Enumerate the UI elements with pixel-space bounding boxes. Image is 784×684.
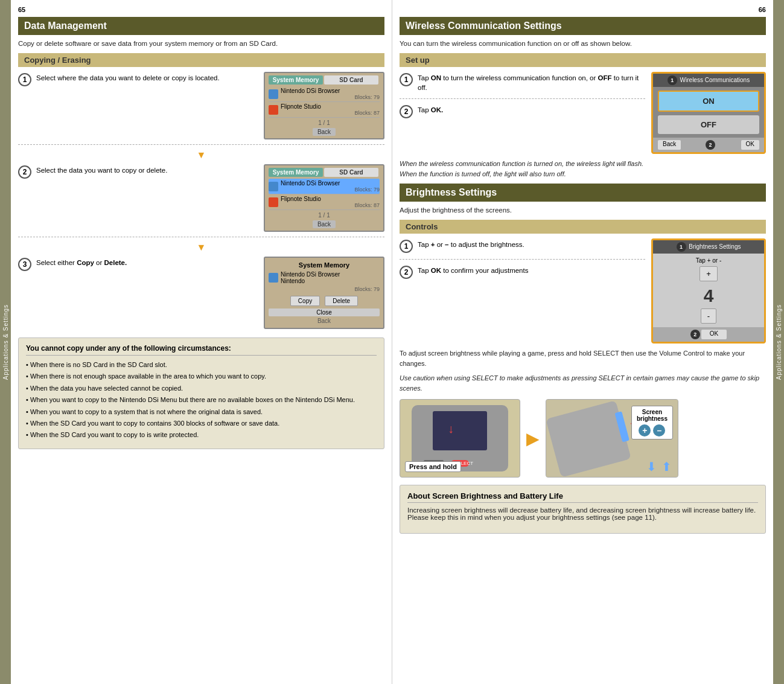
step3-info: 3 Select either Copy or Delete. (18, 257, 264, 277)
browser-icon-1 (269, 89, 278, 99)
bs-nav: 2 OK (653, 327, 764, 342)
left-page-number: 65 (18, 6, 384, 13)
bs-tap-label: Tap + or - (657, 257, 760, 264)
data-management-desc: Copy or delete software or save data fro… (18, 40, 384, 47)
step3-row: 3 Select either Copy or Delete. System M… (18, 257, 384, 329)
wireless-step-info: 1 Tap ON to turn the wireless communicat… (400, 72, 651, 124)
sd-card-tab-2[interactable]: SD Card (324, 168, 378, 177)
brightness-note: To adjust screen brightness while playin… (400, 348, 766, 368)
bs-minus-button[interactable]: - (701, 308, 716, 324)
step2-row: 2 Select the data you want to copy or de… (18, 164, 384, 232)
brightness-header: Brightness Settings (400, 184, 766, 202)
right-page-number: 66 (400, 6, 766, 13)
left-column: 65 Data Management Copy or delete softwa… (11, 0, 392, 684)
brightness-screen-mock: 1 Brightness Settings Tap + or - + 4 - 2… (651, 238, 766, 344)
brightness-step1: 1 Tap + or – to adjust the brightness. (400, 238, 645, 253)
screen-brightness-box: Screen brightness + – (631, 406, 673, 439)
step2-info: 2 Select the data you want to copy or de… (18, 164, 264, 185)
wireless-step2-text: Tap OK. (418, 104, 645, 115)
plus-icon: + (639, 424, 651, 436)
dsi-diagram-left: START SELECT ↓ Press and hold (400, 399, 520, 478)
wireless-step2: 2 Tap OK. (400, 104, 645, 118)
back-btn-2[interactable]: Back (313, 220, 336, 228)
system-memory-tab-2[interactable]: System Memory (269, 168, 323, 177)
about-title: About Screen Brightness and Battery Life (407, 491, 758, 503)
about-box: About Screen Brightness and Battery Life… (400, 485, 766, 534)
warning-item-6: When the SD Card you want to copy to con… (26, 419, 377, 428)
step2-text: Select the data you want to copy or dele… (36, 164, 258, 175)
left-side-tab-label: Applications & Settings (2, 304, 9, 380)
sep1 (18, 144, 384, 145)
warning-item-4: When you want to copy to the Nintendo DS… (26, 395, 377, 404)
wireless-step2-circle: 2 (400, 105, 413, 118)
wireless-screen-mock: 1 Wireless Communications ON OFF Back 2 … (651, 72, 766, 154)
sep2 (18, 237, 384, 237)
page: Applications & Settings 65 Data Manageme… (0, 0, 784, 684)
copy-btn-row: Copy Delete (269, 296, 380, 306)
browser-label-2: Nintendo DSi Browser Blocks: 79 (281, 180, 380, 193)
bs-ok-btn[interactable]: OK (701, 330, 727, 339)
ws-off-option[interactable]: OFF (658, 115, 759, 134)
bs-plus-button[interactable]: + (700, 266, 718, 281)
brightness-step2: 2 Tap OK to confirm your adjustments (400, 264, 645, 279)
flipnote-label-1: Flipnote Studio Blocks: 87 (281, 103, 380, 116)
browser-item-2: Nintendo DSi Browser Blocks: 79 (269, 179, 380, 194)
ws-back-btn[interactable]: Back (658, 140, 681, 150)
diagram-right-arrow: ▶ (526, 429, 540, 449)
copy-item-name: Nintendo DSi Browser Nintendo (281, 271, 340, 284)
screen-mock-2: System Memory SD Card Nintendo DSi Brows… (264, 164, 384, 232)
browser-icon-2 (269, 182, 278, 191)
delete-btn[interactable]: Delete (325, 296, 358, 306)
copy-item-icon (269, 273, 278, 283)
browser-item-1: Nintendo DSi Browser Blocks: 79 (269, 86, 380, 102)
browser-label-1: Nintendo DSi Browser Blocks: 79 (281, 88, 380, 100)
back-bar-1: Back (269, 128, 380, 136)
step1-row: 1 Select where the data you want to dele… (18, 72, 384, 139)
back-label-3: Back (269, 318, 380, 324)
blocks-label: Blocks: 79 (269, 286, 380, 292)
copy-btn[interactable]: Copy (290, 296, 320, 306)
flipnote-icon-1 (269, 105, 278, 115)
wireless-setup-row: 1 Tap ON to turn the wireless communicat… (400, 72, 766, 154)
arrow1: ▼ (18, 150, 384, 161)
warning-title: You cannot copy under any of the followi… (26, 344, 377, 356)
step1-info: 1 Select where the data you want to dele… (18, 72, 264, 92)
brightness-step-info: 1 Tap + or – to adjust the brightness. 2… (400, 238, 651, 285)
right-side-tab-label: Applications & Settings (776, 304, 782, 380)
wireless-step1-text: Tap ON to turn the wireless communicatio… (418, 72, 645, 92)
copy-screen-title: System Memory (269, 261, 380, 269)
brightness-plus-minus: + – (637, 424, 668, 436)
nav-bar-1: 1 / 1 (269, 120, 380, 126)
flipnote-label-2: Flipnote Studio Blocks: 87 (281, 196, 380, 208)
ws-on-option[interactable]: ON (658, 91, 759, 112)
step2: 2 Select the data you want to copy or de… (18, 164, 258, 179)
wireless-sep1 (400, 98, 645, 99)
back-btn-1[interactable]: Back (313, 128, 336, 136)
warning-item-5: When you want to copy to a system that i… (26, 408, 377, 417)
wireless-note1: When the wireless communication function… (400, 159, 766, 179)
wireless-step1-circle: 1 (400, 73, 413, 86)
setup-header: Set up (400, 53, 766, 67)
scroll-down-icon: ⬇ (646, 459, 657, 474)
step1-text: Select where the data you want to delete… (36, 72, 258, 83)
step3-text: Select either Copy or Delete. (36, 257, 258, 267)
bs-title: 1 Brightness Settings (653, 240, 764, 254)
copy-item: Nintendo DSi Browser Nintendo (269, 271, 380, 284)
sd-card-tab[interactable]: SD Card (324, 75, 378, 85)
arrow2: ▼ (18, 242, 384, 253)
ws-ok-btn[interactable]: OK (741, 140, 759, 150)
wireless-desc: You can turn the wireless communication … (400, 40, 766, 47)
system-memory-tab[interactable]: System Memory (269, 75, 323, 85)
data-management-header: Data Management (18, 17, 384, 35)
close-btn[interactable]: Close (269, 308, 380, 316)
brightness-note2: Use caution when using SELECT to make ad… (400, 373, 766, 393)
warning-box: You cannot copy under any of the followi… (18, 337, 384, 449)
brightness-step1-text: Tap + or – to adjust the brightness. (418, 238, 645, 249)
press-hold-label: Press and hold (405, 461, 461, 472)
brightness-step1-circle: 1 (400, 240, 413, 253)
bs-content: Tap + or - + 4 - (653, 254, 764, 327)
copy-delete-screen: System Memory Nintendo DSi Browser Ninte… (264, 257, 384, 329)
right-side-tab: Applications & Settings (773, 0, 784, 684)
ws-title: 1 Wireless Communications (653, 74, 764, 87)
dsi-diagram-right: ← Screen brightness + – ⬆ ⬇ (546, 399, 678, 478)
